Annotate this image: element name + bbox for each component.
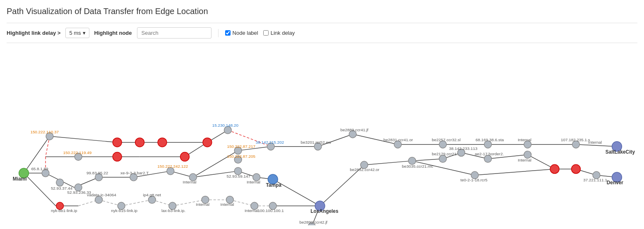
label-38-142-233: 38.142.233.113 xyxy=(449,146,478,151)
label-be2831: be2831.ccr41.or xyxy=(383,137,413,142)
label-internal-2: Internal xyxy=(196,202,209,207)
svg-line-54 xyxy=(475,169,555,175)
link-delay-checkbox[interactable] xyxy=(263,30,269,36)
label-te0-2-1: te0-2-1-18.rcr5 xyxy=(460,178,488,182)
label-150-222-87-205: 150.222.87.205 xyxy=(227,154,255,159)
node-52-93-37[interactable] xyxy=(56,179,64,186)
delay-value: 5 ms xyxy=(69,30,81,36)
chevron-down-icon: ▾ xyxy=(83,30,86,36)
label-38-142-215: 38.142.215.202 xyxy=(256,140,284,145)
label-internal-5: Internal xyxy=(245,208,258,213)
label-15-230-148: 15.230.148.20 xyxy=(212,123,239,128)
node-label-group: Node label xyxy=(225,30,258,36)
label-internal-4: Internal xyxy=(247,180,260,184)
page-container: Path Visualization of Data Transfer from… xyxy=(0,0,644,229)
label-be2890: be2890.ccr42.jf xyxy=(300,220,328,224)
label-ae2-17: ae2-17.border2. xyxy=(475,152,504,157)
node-internal-7[interactable] xyxy=(524,151,531,159)
node-red-8[interactable] xyxy=(572,164,581,174)
label-37-221-111: 37.221.111.1 xyxy=(583,178,607,182)
label-52-93-59: 52.93.59.147 xyxy=(226,174,250,178)
node-be3035[interactable] xyxy=(409,157,416,164)
label-vadata: vadata-ic-34064 xyxy=(87,193,116,197)
label-68-169-38: 68.169.38.6.sta xyxy=(476,137,504,142)
label-be2832: be2832.ccr42.or xyxy=(350,167,380,172)
label-internal-3: Internal xyxy=(221,202,234,207)
node-red-1[interactable] xyxy=(113,138,122,147)
label-be3201: be3201.rcr52.ew xyxy=(301,140,332,145)
label-150-222-87-217: 150.222.87.217 xyxy=(227,144,255,149)
link-delay-group: Link delay xyxy=(263,30,295,36)
label-be2889: be2889.ccr41.jf xyxy=(341,128,369,132)
label-be3035: be3035.ccr21.mc xyxy=(402,164,433,169)
label-lax-b3: lax-b3-link.ip. xyxy=(161,208,185,213)
svg-line-55 xyxy=(576,145,617,147)
label-internal-6: Internal xyxy=(518,137,531,142)
label-150-222-242: 150.222.242.122 xyxy=(157,164,188,169)
label-65-8-1: 65.8.1.89 xyxy=(31,166,48,171)
svg-line-27 xyxy=(121,200,152,206)
label-tampa: Tampa xyxy=(266,182,281,188)
label-nyk-bb1: nyk-bb1-link.ip xyxy=(51,208,77,213)
svg-line-44 xyxy=(412,159,443,161)
label-saltlakecity: SaltLakeCity xyxy=(606,149,635,155)
label-internal-7: Internal xyxy=(518,158,531,162)
page-title: Path Visualization of Data Transfer from… xyxy=(7,7,637,16)
label-internal-1: Internal xyxy=(183,180,197,184)
search-input[interactable] xyxy=(137,27,211,39)
label-be2257: be2257.ccr32.sl xyxy=(432,137,461,142)
link-delay-text: Link delay xyxy=(271,30,295,36)
label-99-83-95: 99.83.95.22 xyxy=(87,171,108,175)
toolbar-divider xyxy=(218,29,219,37)
label-denver: Denver xyxy=(607,180,624,186)
network-svg: Miami 150.222.110.37 65.8.1.89 52.93.37.… xyxy=(7,47,637,225)
node-label-checkbox[interactable] xyxy=(225,30,231,36)
node-red-7[interactable] xyxy=(550,164,559,174)
node-red-5[interactable] xyxy=(180,152,190,162)
label-internal-saltlake: Internal xyxy=(588,140,602,145)
node-red-6[interactable] xyxy=(203,138,212,147)
label-miami: Miami xyxy=(13,176,27,182)
node-red-4[interactable] xyxy=(158,138,167,147)
delay-select[interactable]: 5 ms ▾ xyxy=(65,28,89,38)
node-red-3[interactable] xyxy=(113,152,122,162)
label-150-222-119: 150.222.119.49 xyxy=(63,150,92,155)
label-107-182-235: 107.182.235.1.s xyxy=(561,137,590,142)
node-label-text: Node label xyxy=(233,30,258,36)
highlight-link-delay-label: Highlight link delay > xyxy=(7,30,60,36)
label-150-222-110: 150.222.110.37 xyxy=(30,130,59,134)
label-ip4: ip4.gtt.net xyxy=(143,193,161,197)
svg-line-3 xyxy=(50,136,117,142)
label-xe-9-3: xe-9-3-3.bar2.T xyxy=(120,171,149,175)
label-losangeles: LosAngeles xyxy=(310,208,339,214)
node-red-2[interactable] xyxy=(135,138,144,147)
label-nyk-b15: nyk-b15-link.ip xyxy=(111,208,137,213)
label-100-100-100: 100.100.100.1 xyxy=(258,208,284,213)
toolbar: Highlight link delay > 5 ms ▾ Highlight … xyxy=(7,23,637,43)
highlight-node-label: Highlight node xyxy=(94,30,132,36)
visualization-area: Miami 150.222.110.37 65.8.1.89 52.93.37.… xyxy=(7,47,637,225)
